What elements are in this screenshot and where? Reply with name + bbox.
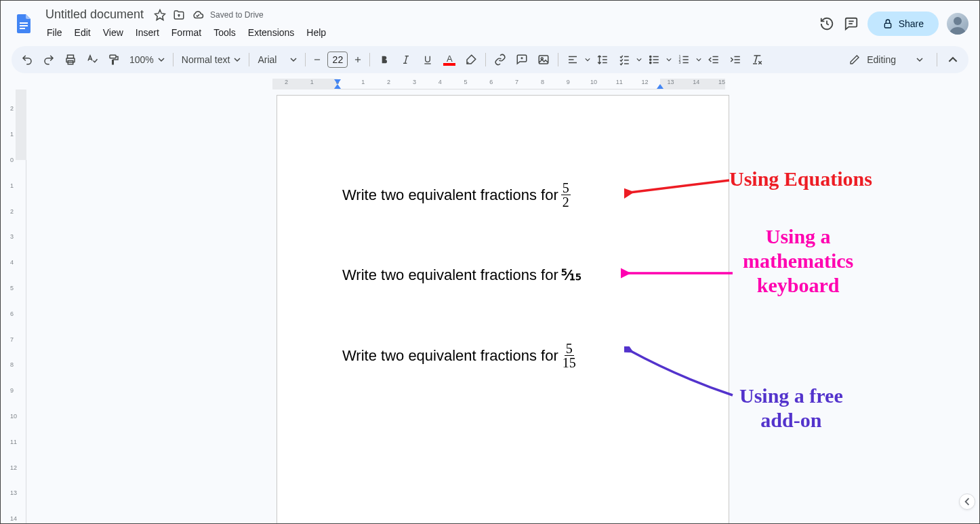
fraction-denominator: 2: [561, 195, 571, 209]
saved-status: Saved to Drive: [210, 10, 264, 20]
dropdown-caret-icon: [234, 56, 241, 63]
underline-button[interactable]: [417, 49, 438, 70]
share-button[interactable]: Share: [867, 12, 939, 36]
line3-text: Write two equivalent fractions for: [342, 347, 558, 365]
history-icon[interactable]: [819, 16, 835, 32]
document-line-2[interactable]: Write two equivalent fractions for ⁵⁄₁₅: [342, 266, 663, 284]
paint-format-button[interactable]: [104, 49, 124, 70]
comments-icon[interactable]: [843, 16, 859, 32]
separator: [558, 53, 558, 66]
fraction-numerator: 5: [561, 181, 571, 195]
bullet-list-button[interactable]: [644, 49, 664, 70]
paragraph-style-select[interactable]: Normal text: [178, 49, 245, 70]
collapse-toolbar-button[interactable]: [943, 49, 963, 70]
decrease-font-button[interactable]: [310, 52, 325, 67]
dropdown-caret-icon: [290, 56, 297, 63]
font-select[interactable]: Arial: [253, 49, 301, 70]
editing-mode-select[interactable]: Editing: [838, 49, 931, 70]
text-color-swatch: [443, 63, 455, 66]
docs-logo[interactable]: [12, 12, 36, 36]
italic-button[interactable]: [396, 49, 416, 70]
align-caret[interactable]: [584, 49, 591, 70]
titlebar: Untitled document Saved to Drive File Ed…: [1, 1, 979, 41]
svg-rect-20: [539, 56, 549, 64]
comment-button[interactable]: [512, 49, 532, 70]
line2-text: Write two equivalent fractions for: [342, 266, 558, 284]
menu-edit[interactable]: Edit: [69, 24, 96, 41]
svg-rect-1: [20, 25, 28, 26]
separator: [249, 53, 249, 66]
zoom-value: 100%: [129, 54, 154, 65]
star-icon[interactable]: [153, 8, 167, 22]
editing-mode-label: Editing: [867, 54, 896, 65]
undo-button[interactable]: [17, 49, 37, 70]
checklist-button[interactable]: [614, 49, 634, 70]
paragraph-style-value: Normal text: [182, 54, 230, 65]
document-title[interactable]: Untitled document: [41, 6, 148, 23]
vertical-ruler[interactable]: 2101234567891011121314: [1, 89, 26, 523]
svg-point-35: [650, 62, 651, 63]
toolbar: 100% Normal text Arial: [12, 46, 968, 73]
menu-format[interactable]: Format: [166, 24, 207, 41]
svg-line-16: [405, 56, 407, 64]
numbered-caret[interactable]: [695, 49, 702, 70]
menu-view[interactable]: View: [98, 24, 129, 41]
move-icon[interactable]: [172, 8, 186, 22]
separator: [173, 53, 173, 66]
lock-icon: [882, 18, 893, 29]
page[interactable]: Write two equivalent fractions for 5 2 W…: [277, 95, 729, 523]
highlight-button[interactable]: [461, 49, 481, 70]
document-canvas[interactable]: Write two equivalent fractions for 5 2 W…: [26, 89, 979, 523]
spellcheck-button[interactable]: [82, 49, 102, 70]
align-button[interactable]: [563, 49, 583, 70]
menu-file[interactable]: File: [41, 24, 68, 41]
title-area: Untitled document Saved to Drive File Ed…: [41, 6, 813, 41]
menubar: File Edit View Insert Format Tools Exten…: [41, 23, 813, 41]
horizontal-ruler[interactable]: 210123456789101112131415: [26, 79, 971, 89]
svg-text:3: 3: [679, 60, 681, 64]
line1-text: Write two equivalent fractions for: [342, 186, 558, 204]
fraction-denominator: 15: [561, 356, 577, 369]
numbered-list-button[interactable]: 123: [674, 49, 694, 70]
menu-insert[interactable]: Insert: [130, 24, 165, 41]
indent-button[interactable]: [725, 49, 746, 70]
separator: [369, 53, 370, 66]
equation-fraction-1[interactable]: 5 2: [561, 181, 571, 209]
line-spacing-button[interactable]: [592, 49, 613, 70]
menu-help[interactable]: Help: [301, 24, 331, 41]
link-button[interactable]: [490, 49, 510, 70]
font-size-control: [310, 52, 365, 68]
bullet-caret[interactable]: [666, 49, 672, 70]
text-color-button[interactable]: A: [439, 49, 460, 70]
separator: [485, 53, 486, 66]
zoom-select[interactable]: 100%: [125, 49, 169, 70]
dropdown-caret-icon: [158, 56, 165, 63]
document-line-3[interactable]: Write two equivalent fractions for 5 15: [342, 342, 663, 369]
print-button[interactable]: [60, 49, 81, 70]
svg-rect-0: [20, 22, 28, 24]
equation-fraction-2[interactable]: 5 15: [561, 342, 577, 369]
menu-extensions[interactable]: Extensions: [243, 24, 300, 41]
titlebar-right: Share: [819, 12, 968, 36]
slash-fraction[interactable]: ⁵⁄₁₅: [561, 266, 582, 284]
explore-button[interactable]: [959, 493, 975, 510]
font-size-input[interactable]: [327, 52, 348, 68]
bold-button[interactable]: [374, 49, 394, 70]
avatar[interactable]: [947, 13, 968, 35]
menu-tools[interactable]: Tools: [208, 24, 241, 41]
checklist-caret[interactable]: [636, 49, 642, 70]
outdent-button[interactable]: [703, 49, 724, 70]
svg-point-33: [650, 59, 651, 60]
clear-format-button[interactable]: [747, 49, 767, 70]
pencil-icon: [849, 54, 860, 65]
cloud-saved-icon[interactable]: [191, 8, 205, 22]
svg-point-31: [650, 56, 651, 57]
document-line-1[interactable]: Write two equivalent fractions for 5 2: [342, 181, 663, 209]
increase-font-button[interactable]: [350, 52, 365, 67]
share-label: Share: [899, 18, 924, 29]
image-button[interactable]: [533, 49, 554, 70]
editor-area: 210123456789101112131415 210123456789101…: [1, 79, 979, 523]
toolbar-container: 100% Normal text Arial: [1, 41, 979, 79]
redo-button[interactable]: [39, 49, 59, 70]
title-row: Untitled document Saved to Drive: [41, 6, 813, 23]
